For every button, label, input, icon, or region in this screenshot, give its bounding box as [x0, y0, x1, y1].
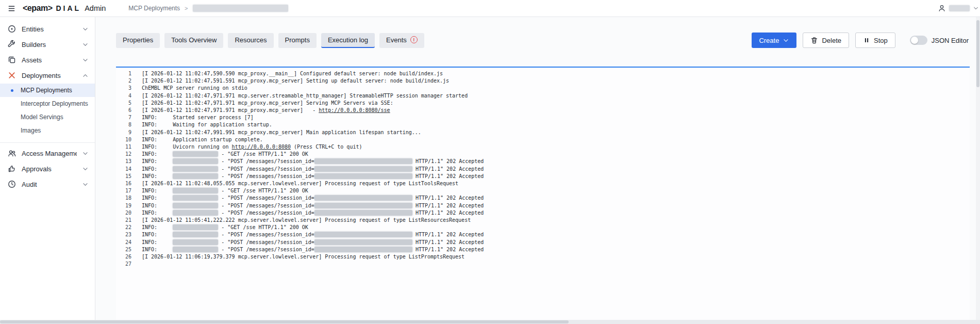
sidebar-item-entities[interactable]: Entities: [0, 21, 95, 37]
chevron-down-icon: [82, 150, 89, 157]
tab-events[interactable]: Events!: [379, 33, 424, 48]
sidebar-item-audit[interactable]: Audit: [0, 176, 95, 192]
dial-logo-text: DIAL: [56, 4, 81, 12]
log-line-content: [I 2026-01-12 11:02:47,971.971 mcp.serve…: [142, 92, 468, 100]
breadcrumb-current-redacted: [193, 5, 288, 12]
sidebar-item-approvals[interactable]: Approvals: [0, 161, 95, 176]
log-line: 26[I 2026-01-12 11:06:19,379.379 mcp.ser…: [116, 253, 970, 261]
log-line: 8INFO: Waiting for application startup.: [116, 121, 970, 128]
log-line-number: 26: [116, 253, 131, 261]
horizontal-scrollbar-thumb[interactable]: [0, 320, 569, 323]
sidebar-subitem-images[interactable]: Images: [0, 124, 95, 137]
chevron-down-icon: [82, 41, 89, 48]
builders-icon: [7, 40, 16, 49]
assets-icon: [7, 55, 16, 64]
sidebar-item-assets[interactable]: Assets: [0, 52, 95, 68]
redacted-text: [173, 173, 218, 179]
log-line-number: 24: [116, 239, 131, 246]
log-line-content: INFO: - "GET /sse HTTP/1.1" 200 OK: [142, 224, 308, 231]
sidebar-item-deployments[interactable]: Deployments: [0, 68, 95, 83]
log-line: 16[I 2026-01-12 11:02:48,055.055 mcp.ser…: [116, 180, 970, 187]
log-line: 13INFO: - "POST /messages/?session_id= H…: [116, 158, 970, 165]
log-line: 23INFO: - "POST /messages/?session_id= H…: [116, 231, 970, 238]
log-line-number: 23: [116, 231, 131, 238]
redacted-text: [314, 247, 412, 252]
log-line: 22INFO: - "GET /sse HTTP/1.1" 200 OK: [116, 224, 970, 231]
trash-icon: [810, 37, 818, 44]
log-line-number: 22: [116, 224, 131, 231]
log-line-content: INFO: - "POST /messages/?session_id= HTT…: [142, 166, 484, 173]
sidebar-subitem-model-servings[interactable]: Model Servings: [0, 110, 95, 124]
log-line: 11INFO: Uvicorn running on http://0.0.0.…: [116, 143, 970, 151]
chevron-down-icon: [973, 5, 979, 11]
main-content: PropertiesTools OverviewResourcesPrompts…: [95, 17, 976, 320]
tab-resources[interactable]: Resources: [228, 33, 273, 48]
sidebar-subitem-interceptor-deployments[interactable]: Interceptor Deployments: [0, 97, 95, 110]
log-line-number: 13: [116, 158, 131, 165]
user-icon: [938, 4, 946, 12]
sidebar-item-label: Entities: [22, 25, 77, 33]
entities-icon: [7, 24, 16, 34]
log-line-number: 14: [116, 166, 131, 173]
deployments-icon: [7, 71, 16, 80]
log-line: 12INFO: - "GET /sse HTTP/1.1" 200 OK: [116, 151, 970, 158]
chevron-down-icon: [82, 26, 89, 33]
log-line: 7INFO: Started server process [7]: [116, 114, 970, 121]
tab-label: Properties: [123, 36, 153, 44]
log-link[interactable]: http://0.0.0.0:8080: [232, 144, 291, 150]
sidebar-item-label: Audit: [22, 181, 77, 188]
log-line: 27: [116, 261, 970, 268]
tab-execution-log[interactable]: Execution log: [321, 33, 375, 48]
sidebar-subitem-label: MCP Deployments: [21, 87, 72, 94]
log-line: 14INFO: - "POST /messages/?session_id= H…: [116, 166, 970, 173]
vertical-scrollbar[interactable]: [976, 17, 980, 320]
create-button-label: Create: [759, 37, 779, 44]
tab-tools-overview[interactable]: Tools Overview: [164, 33, 223, 48]
log-line-content: INFO: Uvicorn running on http://0.0.0.0:…: [142, 143, 362, 151]
vertical-scrollbar-thumb[interactable]: [976, 20, 979, 87]
sidebar-subitem-label: Images: [21, 127, 41, 134]
redacted-text: [173, 188, 218, 193]
log-line-number: 17: [116, 187, 131, 195]
log-line: 6[I 2026-01-12 11:02:47,971.971 mcp_prox…: [116, 107, 970, 114]
redacted-text: [314, 232, 412, 237]
admin-logo-text: Admin: [85, 4, 106, 12]
breadcrumb-root[interactable]: MCP Deployments: [128, 5, 180, 12]
horizontal-scrollbar[interactable]: [0, 320, 980, 324]
redacted-text: [314, 166, 412, 172]
delete-button[interactable]: Delete: [803, 33, 849, 48]
sidebar-item-label: Deployments: [22, 72, 77, 79]
redacted-text: [314, 195, 412, 201]
toggle-knob: [911, 37, 918, 44]
user-menu[interactable]: [938, 4, 980, 12]
log-line-number: 25: [116, 246, 131, 253]
tab-label: Execution log: [328, 36, 368, 44]
log-link[interactable]: http://0.0.0.0:8080/sse: [319, 107, 390, 113]
log-line: 9[I 2026-01-12 11:02:47,991.991 mcp_prox…: [116, 129, 970, 136]
sidebar-item-builders[interactable]: Builders: [0, 37, 95, 52]
action-bar: Create Delete Stop JSON Editor: [752, 33, 969, 48]
log-line-content: INFO: - "POST /messages/?session_id= HTT…: [142, 195, 484, 202]
redacted-text: [173, 166, 218, 172]
create-button[interactable]: Create: [752, 33, 796, 48]
sidebar-item-access-management[interactable]: Access Management: [0, 145, 95, 161]
tab-prompts[interactable]: Prompts: [278, 33, 317, 48]
log-line-number: 20: [116, 209, 131, 217]
sidebar-divider: [0, 142, 95, 143]
body: EntitiesBuildersAssetsDeploymentsMCP Dep…: [0, 17, 980, 320]
log-line-number: 16: [116, 180, 131, 187]
stop-button[interactable]: Stop: [855, 33, 895, 48]
sidebar-toggle-button[interactable]: [0, 0, 23, 17]
log-line-number: 11: [116, 143, 131, 151]
tab-properties[interactable]: Properties: [116, 33, 160, 48]
breadcrumb-separator: >: [185, 5, 188, 11]
log-line-number: 7: [116, 114, 131, 121]
json-editor-toggle[interactable]: [910, 36, 927, 45]
log-line-content: INFO: - "GET /sse HTTP/1.1" 200 OK: [142, 187, 308, 195]
sidebar-subitem-mcp-deployments[interactable]: MCP Deployments: [0, 84, 95, 97]
sidebar-item-label: Access Management: [22, 150, 77, 157]
log-line: 2[I 2026-01-12 11:02:47,591.591 mcp_prox…: [116, 77, 970, 85]
chevron-up-icon: [82, 72, 89, 79]
execution-log-panel: 1[I 2026-01-12 11:02:47,590.590 mcp_prox…: [116, 67, 970, 320]
epam-logo: <epam>: [23, 4, 52, 13]
